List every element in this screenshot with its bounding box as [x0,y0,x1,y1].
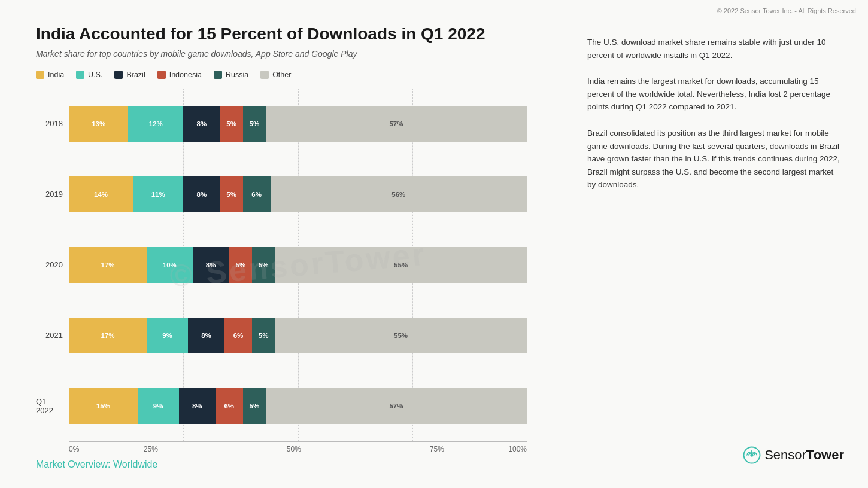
chart-wrapper: 2018201920202021Q1 2022 13%12%8%5%5%57%1… [36,89,527,453]
bar-segment-label: 5% [259,332,269,339]
chart-legend: IndiaU.S.BrazilIndonesiaRussiaOther [36,71,527,79]
bar-segment-label: 17% [101,261,115,269]
bar-row-Q1-2022: 15%9%8%6%5%57% [69,388,527,424]
x-axis-label: 0% [69,445,79,453]
bar-segment: 15% [69,388,138,424]
bar-segment-label: 5% [226,191,236,198]
page: © 2022 Sensor Tower Inc. - All Rights Re… [0,0,868,488]
y-label-2021: 2021 [36,318,69,353]
legend-item-india: India [36,71,64,79]
bar-row-2021: 17%9%8%6%5%55% [69,318,527,353]
bar-segment: 6% [224,318,252,353]
sensor-tower-logo: SensorTower [743,446,844,464]
y-label-2019: 2019 [36,176,69,212]
right-text-content: The U.S. download market share remains s… [587,36,844,446]
legend-color-swatch [214,71,222,79]
bar-segment-label: 57% [389,402,403,410]
bar-segment: 5% [252,247,275,283]
legend-label: U.S. [88,71,102,79]
y-axis-labels: 2018201920202021Q1 2022 [36,89,69,441]
bar-segment: 6% [243,176,271,212]
bar-segment-label: 17% [101,332,115,339]
bar-segment: 17% [69,247,147,283]
bar-segment-label: 8% [201,332,211,339]
bars-area: 13%12%8%5%5%57%14%11%8%5%6%56%17%10%8%5%… [69,89,527,441]
bar-segment-label: 57% [389,120,403,127]
bar-segment: 57% [266,106,527,142]
sensor-tower-logo-icon [743,446,761,464]
subtitle: Market share for top countries by mobile… [36,49,527,59]
legend-item-u.s.: U.S. [76,71,102,79]
y-label-Q1-2022: Q1 2022 [36,388,69,424]
bar-segment-label: 55% [394,332,408,339]
legend-color-swatch [36,71,44,79]
legend-label: Other [272,71,291,79]
legend-color-swatch [76,71,84,79]
legend-color-swatch [157,71,166,79]
right-paragraph: Brazil consolidated its position as the … [587,127,844,191]
bar-segment: 5% [220,106,242,142]
bar-segment: 57% [266,388,527,424]
logo-text: SensorTower [764,447,844,463]
bar-segment-label: 5% [249,120,259,127]
legend-item-russia: Russia [214,71,248,79]
bar-segment: 8% [179,388,216,424]
bar-segment-label: 15% [96,402,110,410]
y-label-2020: 2020 [36,247,69,283]
bar-segment-label: 8% [192,402,202,410]
x-axis-labels: 0%25%50%75%100% [69,442,527,453]
bar-segment: 56% [271,176,527,212]
bar-segment-label: 5% [259,261,269,269]
legend-item-other: Other [260,71,291,79]
bar-segment: 11% [133,176,183,212]
bar-row-2018: 13%12%8%5%5%57% [69,106,527,142]
bar-segment-label: 14% [94,191,108,198]
bar-segment-label: 6% [251,191,262,198]
bar-segment: 8% [183,176,220,212]
legend-color-swatch [260,71,269,79]
right-paragraph: The U.S. download market share remains s… [587,36,844,62]
bar-segment-label: 13% [92,120,105,127]
bar-segment-label: 55% [394,261,408,269]
legend-label: India [48,71,64,79]
legend-item-indonesia: Indonesia [157,71,202,79]
bar-segment: 55% [275,318,527,353]
bar-segment: 8% [183,106,220,142]
right-paragraph: India remains the largest market for dow… [587,75,844,114]
bar-segment-label: 8% [197,120,207,127]
bar-segment: 17% [69,318,147,353]
right-panel: The U.S. download market share remains s… [557,0,868,488]
bar-segment: 55% [275,247,527,283]
bar-segment-label: 5% [249,402,259,410]
x-axis-label: 50% [222,445,365,453]
bar-segment-label: 8% [206,261,216,269]
bar-segment-label: 9% [162,332,172,339]
x-axis-label: 75% [365,445,508,453]
bar-row-2020: 17%10%8%5%5%55% [69,247,527,283]
bar-segment-label: 6% [233,332,244,339]
legend-label: Brazil [126,71,145,79]
legend-label: Russia [226,71,248,79]
bar-segment: 12% [128,106,183,142]
bar-segment: 8% [193,247,229,283]
bar-segment-label: 11% [151,191,165,198]
bar-segment: 5% [243,388,266,424]
legend-label: Indonesia [169,71,202,79]
bar-segment-label: 6% [224,402,234,410]
y-label-2018: 2018 [36,106,69,142]
bar-segment-label: 56% [391,191,405,198]
footer-left-text: Market Overview: Worldwide [36,459,157,470]
main-title: India Accounted for 15 Percent of Downlo… [36,24,527,44]
bar-segment-label: 5% [226,120,236,127]
bar-segment: 13% [69,106,128,142]
copyright-text: © 2022 Sensor Tower Inc. - All Rights Re… [717,7,856,14]
bar-segment-label: 12% [149,120,163,127]
x-axis-label: 100% [508,445,527,453]
footer: Market Overview: Worldwide [36,459,527,470]
bar-segment: 5% [252,318,275,353]
bar-segment-label: 10% [163,261,177,269]
bar-segment-label: 9% [153,402,163,410]
bar-segment: 5% [229,247,252,283]
bar-segment: 5% [220,176,242,212]
bar-segment: 8% [188,318,224,353]
